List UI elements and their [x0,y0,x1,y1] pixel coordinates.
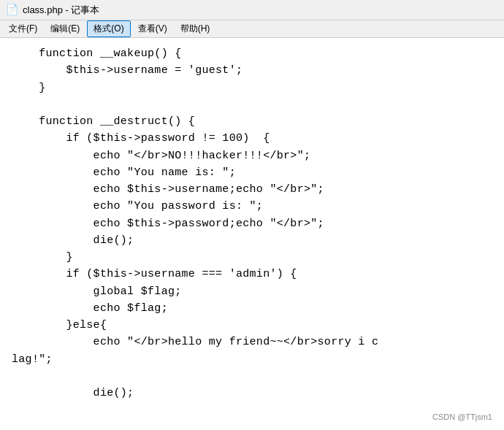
title-bar-icon: 📄 [6,4,18,16]
code-content: function __wakeup() { $this->username = … [12,45,492,402]
menu-item-help[interactable]: 帮助(H) [175,21,216,37]
title-bar-text: class.php - 记事本 [23,4,99,17]
editor-area[interactable]: function __wakeup() { $this->username = … [0,38,504,430]
title-bar: 📄 class.php - 记事本 [0,0,504,20]
menu-bar: 文件(F) 编辑(E) 格式(O) 查看(V) 帮助(H) [0,20,504,38]
menu-item-edit[interactable]: 编辑(E) [45,21,85,37]
menu-item-file[interactable]: 文件(F) [3,21,43,37]
watermark: CSDN @TTjsm1 [432,412,492,421]
menu-item-format[interactable]: 格式(O) [87,20,130,37]
menu-item-view[interactable]: 查看(V) [132,21,173,37]
